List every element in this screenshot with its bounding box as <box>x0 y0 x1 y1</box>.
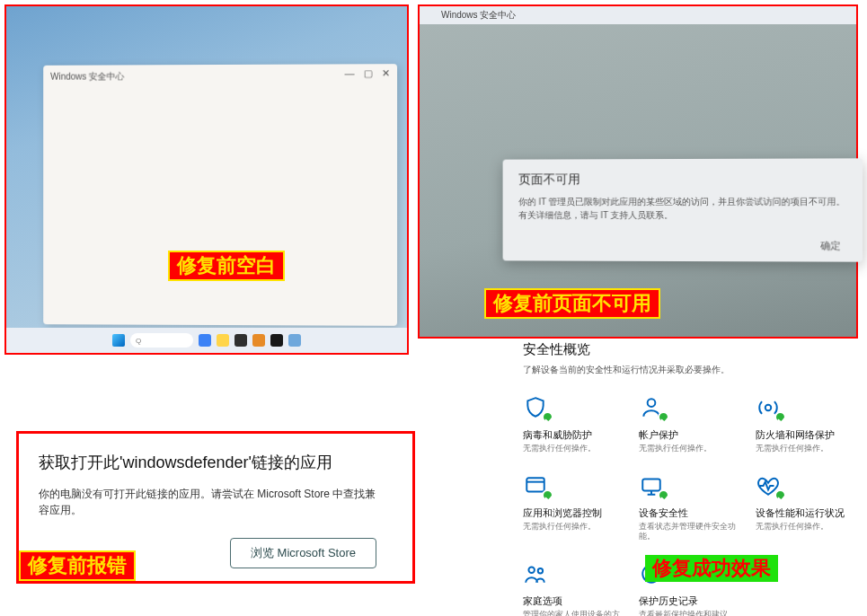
tile-desc: 查看状态并管理硬件安全功能。 <box>639 522 748 542</box>
taskbar-app-icon[interactable] <box>234 334 247 347</box>
status-ok-icon <box>542 489 553 501</box>
dialog-heading: 获取打开此'windowsdefender'链接的应用 <box>39 452 393 473</box>
maximize-icon[interactable]: ▢ <box>364 67 373 79</box>
tile-title: 设备安全性 <box>639 506 748 520</box>
tile-desc: 查看最新保护操作和建议。 <box>639 610 748 616</box>
security-overview-title: 安全性概览 <box>523 341 864 358</box>
status-ok-icon <box>774 411 786 423</box>
start-icon[interactable] <box>112 334 125 347</box>
tile-desc: 无需执行任何操作。 <box>523 444 632 454</box>
security-tiles-grid: 病毒和威胁防护 无需执行任何操作。 帐户保护 无需执行任何操作。 防火墙和网络保… <box>523 396 864 616</box>
account-icon <box>639 396 668 421</box>
tile-desc: 无需执行任何操作。 <box>523 522 632 532</box>
status-ok-icon <box>542 411 553 423</box>
tile-performance-health[interactable]: 设备性能和运行状况 无需执行任何操作。 <box>756 474 864 542</box>
close-icon[interactable]: ✕ <box>382 67 390 79</box>
tile-desc: 无需执行任何操作。 <box>756 522 864 532</box>
tile-desc: 管理你的家人使用设备的方式。 <box>523 610 632 616</box>
svg-point-0 <box>648 399 656 407</box>
browse-store-button[interactable]: 浏览 Microsoft Store <box>230 538 376 568</box>
window-controls: — ▢ ✕ <box>345 67 390 79</box>
caption-before-error: 修复前报错 <box>19 550 136 581</box>
status-ok-icon <box>774 489 786 501</box>
minimize-icon[interactable]: — <box>345 67 355 79</box>
ok-button[interactable]: 确定 <box>820 239 840 252</box>
tile-title: 保护历史记录 <box>639 594 748 608</box>
security-center-window-blank: Windows 安全中心 — ▢ ✕ <box>43 64 397 326</box>
taskbar-app-icon[interactable] <box>288 334 301 347</box>
taskbar-app-icon[interactable] <box>217 334 229 347</box>
status-ok-icon <box>658 411 669 423</box>
svg-rect-2 <box>526 478 544 491</box>
tile-virus-threat[interactable]: 病毒和威胁防护 无需执行任何操作。 <box>523 396 632 454</box>
caption-before-unavailable: 修复前页面不可用 <box>484 288 660 319</box>
dialog-body: 你的电脑没有可打开此链接的应用。请尝试在 Microsoft Store 中查找… <box>39 486 380 518</box>
tile-desc: 无需执行任何操作。 <box>639 444 748 454</box>
firewall-icon <box>756 396 784 421</box>
svg-rect-3 <box>643 479 661 490</box>
page-unavailable-dialog: 页面不可用 你的 IT 管理员已限制对此应用的某些区域的访问，并且你尝试访问的项… <box>503 158 863 261</box>
before-error-dialog: 获取打开此'windowsdefender'链接的应用 你的电脑没有可打开此链接… <box>16 431 415 584</box>
tile-account-protection[interactable]: 帐户保护 无需执行任何操作。 <box>639 396 748 454</box>
tile-app-browser[interactable]: 应用和浏览器控制 无需执行任何操作。 <box>523 474 632 542</box>
tile-title: 防火墙和网络保护 <box>756 428 864 442</box>
taskbar-app-icon[interactable] <box>270 334 283 347</box>
svg-point-1 <box>765 405 771 411</box>
caption-before-blank: 修复前空白 <box>168 251 285 281</box>
dialog-title: 页面不可用 <box>518 172 846 189</box>
before-unavailable-panel: Windows 安全中心 页面不可用 你的 IT 管理员已限制对此应用的某些区域… <box>418 4 858 339</box>
heart-pulse-icon <box>756 474 784 499</box>
taskbar-app-icon[interactable] <box>252 334 265 347</box>
status-ok-icon <box>658 489 669 501</box>
svg-point-5 <box>538 568 543 573</box>
taskbar-search[interactable]: Q <box>130 333 193 348</box>
tile-title: 病毒和威胁防护 <box>523 428 632 442</box>
tile-device-security[interactable]: 设备安全性 查看状态并管理硬件安全功能。 <box>639 474 748 542</box>
family-icon <box>523 562 552 587</box>
svg-point-4 <box>528 567 535 573</box>
tile-title: 设备性能和运行状况 <box>756 506 864 520</box>
window-title: Windows 安全中心 <box>420 6 856 24</box>
shield-icon <box>523 396 552 421</box>
taskbar: Q <box>6 328 407 353</box>
taskbar-app-icon[interactable] <box>199 334 211 347</box>
device-security-icon <box>639 474 668 499</box>
tile-title: 家庭选项 <box>523 594 632 608</box>
tile-desc: 无需执行任何操作。 <box>756 444 864 454</box>
tile-title: 应用和浏览器控制 <box>523 506 632 520</box>
tile-firewall[interactable]: 防火墙和网络保护 无需执行任何操作。 <box>756 396 864 454</box>
caption-after-success: 修复成功效果 <box>645 555 778 582</box>
tile-family-options[interactable]: 家庭选项 管理你的家人使用设备的方式。 <box>523 562 632 616</box>
security-overview-sub: 了解设备当前的安全性和运行情况并采取必要操作。 <box>523 364 864 376</box>
window-title: Windows 安全中心 <box>50 70 125 83</box>
tile-title: 帐户保护 <box>639 428 748 442</box>
before-blank-panel: Windows 安全中心 — ▢ ✕ Q 修复前空白 <box>4 4 409 355</box>
dialog-body: 你的 IT 管理员已限制对此应用的某些区域的访问，并且你尝试访问的项目不可用。有… <box>518 195 846 222</box>
app-browser-icon <box>523 474 552 499</box>
